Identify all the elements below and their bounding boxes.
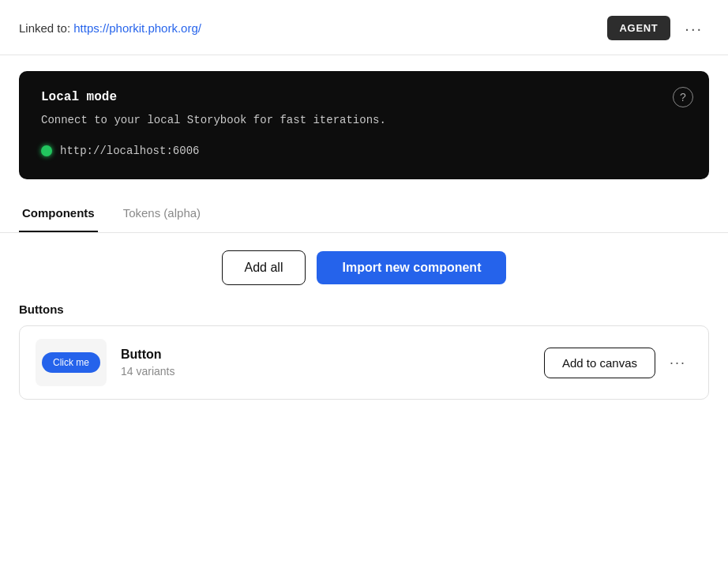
local-mode-title: Local mode — [41, 90, 687, 104]
question-mark-icon: ? — [680, 91, 686, 103]
add-to-canvas-button[interactable]: Add to canvas — [544, 348, 655, 378]
linked-to-label: Linked to: https://phorkit.phork.org/ — [19, 21, 201, 35]
local-mode-description: Connect to your local Storybook for fast… — [41, 112, 687, 129]
component-more-options-button[interactable]: ··· — [663, 352, 692, 373]
tab-components-label: Components — [22, 206, 95, 220]
linked-label-text: Linked to: — [19, 21, 70, 35]
component-preview: Click me — [36, 339, 107, 386]
card-actions: Add to canvas ··· — [544, 348, 692, 378]
actions-row: Add all Import new component — [0, 233, 728, 299]
preview-click-me-button: Click me — [42, 352, 100, 373]
local-mode-url-row: http://localhost:6006 — [41, 145, 687, 157]
local-mode-url-text: http://localhost:6006 — [60, 145, 199, 157]
component-name: Button — [121, 348, 530, 362]
component-variants: 14 variants — [121, 365, 530, 378]
more-dots-icon: ··· — [685, 21, 703, 36]
top-bar: Linked to: https://phorkit.phork.org/ AG… — [0, 0, 728, 55]
more-options-button[interactable]: ··· — [678, 17, 709, 39]
agent-button[interactable]: AGENT — [607, 16, 671, 40]
help-icon[interactable]: ? — [673, 87, 693, 107]
component-info: Button 14 variants — [121, 348, 530, 378]
import-new-component-button[interactable]: Import new component — [317, 251, 506, 284]
tab-components[interactable]: Components — [19, 195, 98, 232]
linked-url[interactable]: https://phorkit.phork.org/ — [73, 21, 201, 35]
local-mode-panel: Local mode Connect to your local Storybo… — [19, 71, 709, 179]
status-indicator-dot — [41, 145, 52, 156]
tabs-row: Components Tokens (alpha) — [0, 195, 728, 233]
top-bar-right: AGENT ··· — [607, 16, 709, 40]
buttons-section-label: Buttons — [0, 299, 728, 325]
tab-tokens-alpha[interactable]: Tokens (alpha) — [120, 195, 204, 232]
component-more-dots-icon: ··· — [670, 355, 686, 370]
component-card-button: Click me Button 14 variants Add to canva… — [19, 325, 709, 400]
tab-tokens-label: Tokens (alpha) — [123, 206, 201, 220]
add-all-button[interactable]: Add all — [222, 250, 306, 285]
